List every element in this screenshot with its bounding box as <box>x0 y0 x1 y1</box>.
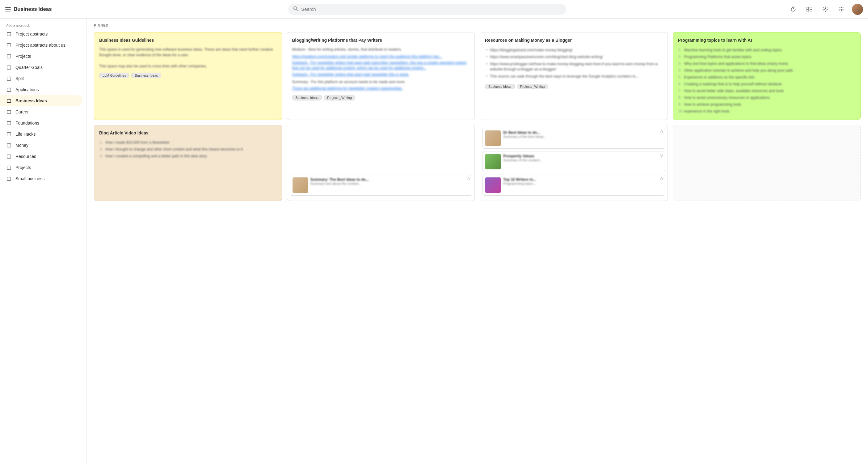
sidebar-item-split[interactable]: Split <box>0 73 83 84</box>
svg-rect-31 <box>7 166 11 169</box>
sidebar-item-label: Business Ideas <box>16 98 47 103</box>
list-item: How to avoid unnecessary resources or ap… <box>678 94 856 101</box>
card-mini-cards-group[interactable]: Dr Best Ideas to do... Summary of the be… <box>480 125 668 201</box>
sidebar-item-project-abstracts[interactable]: Project abstracts <box>0 28 83 39</box>
avatar[interactable] <box>852 4 863 15</box>
card-tag-business[interactable]: Business Ideas <box>131 73 161 78</box>
header-logo: Business Ideas <box>5 6 67 12</box>
mini-card-text: Dr Best Ideas to do... Summary of the be… <box>503 131 662 139</box>
svg-line-4 <box>297 9 298 10</box>
pinned-cards-grid: Business Ideas Guidelines This space is … <box>94 32 861 120</box>
svg-rect-5 <box>807 7 809 9</box>
list-item: Machine learning tools to get familiar w… <box>678 47 856 54</box>
mini-card-dr-best[interactable]: Dr Best Ideas to do... Summary of the be… <box>483 128 665 149</box>
sidebar-item-projects-2[interactable]: Projects <box>0 162 83 173</box>
sidebar-item-foundations[interactable]: Foundations <box>0 117 83 128</box>
sidebar-item-label: Money <box>16 143 28 148</box>
layout-button[interactable] <box>804 4 815 15</box>
list-item: https://bloggingwizard.com/make-money-bl… <box>485 47 662 54</box>
external-link-icon-4: ⬡ <box>660 177 663 181</box>
card-tag-llm[interactable]: LLM Guidelines <box>99 73 129 78</box>
sidebar-item-applications[interactable]: Applications <box>0 84 83 95</box>
card-tags: Business Ideas Projects_Writing <box>485 80 662 89</box>
mini-card-desc: Summary of the best ideas... <box>503 135 662 139</box>
sidebar-item-label: Projects <box>16 165 31 170</box>
notebook-icon-13 <box>6 165 12 170</box>
sidebar-item-resources[interactable]: Resources <box>0 151 83 162</box>
sidebar-item-label: Career <box>16 109 29 114</box>
main-layout: Add a notebook Project abstracts Project… <box>0 19 868 463</box>
content-area: PINNED Business Ideas Guidelines This sp… <box>87 19 868 463</box>
search-input[interactable] <box>301 6 561 12</box>
list-item: Why and how topics and applications to f… <box>678 60 856 67</box>
list-item: experience in the right tools <box>678 108 856 115</box>
refresh-button[interactable] <box>788 4 799 15</box>
mini-card-thumbnail <box>292 177 308 193</box>
svg-rect-26 <box>7 110 11 114</box>
external-link-icon: ⬡ <box>467 177 470 181</box>
notebook-icon-14 <box>6 176 12 181</box>
notebook-icon <box>6 31 12 37</box>
svg-rect-28 <box>7 133 11 136</box>
card-resources-making-money[interactable]: Resources on Making Money as a Blogger h… <box>480 32 668 120</box>
list-item: How to achieve programming tools <box>678 101 856 108</box>
card-tag-business-2[interactable]: Business Ideas <box>292 95 322 100</box>
list-item: This source can walk through the best wa… <box>485 73 662 80</box>
notebook-icon-6 <box>6 87 12 92</box>
card-tags: LLM Guidelines Business Ideas <box>99 73 277 78</box>
second-row-cards: Blog Article Video Ideas How I made $10,… <box>94 125 861 201</box>
card-programming-topics[interactable]: Programming topics to learn with AI Mach… <box>673 32 861 120</box>
sidebar-item-life-hacks[interactable]: Life Hacks <box>0 128 83 140</box>
list-item: Experience or additions on the specific … <box>678 74 856 81</box>
card-blog-video-ideas[interactable]: Blog Article Video Ideas How I made $10,… <box>94 125 282 201</box>
svg-rect-19 <box>7 32 11 36</box>
sidebar-item-business-ideas[interactable]: Business Ideas <box>0 95 83 106</box>
menu-icon[interactable] <box>5 6 11 12</box>
card-blogging-platforms[interactable]: Blogging/Writing Platforms that Pay Writ… <box>287 32 475 120</box>
notebook-icon-2 <box>6 42 12 48</box>
sidebar-item-label: Projects <box>16 54 31 59</box>
card-mini-summary[interactable]: Summary: The Best ideas to do... Summary… <box>287 125 475 201</box>
list-item: Creating a roadmap that is to help yours… <box>678 81 856 87</box>
svg-rect-25 <box>7 99 11 103</box>
card-tag-writing[interactable]: Projects_Writing <box>324 95 355 100</box>
card-title: Blogging/Writing Platforms that Pay Writ… <box>292 37 470 44</box>
svg-rect-21 <box>7 55 11 58</box>
mini-card-summary[interactable]: Summary: The Best ideas to do... Summary… <box>290 175 472 196</box>
svg-rect-32 <box>7 177 11 180</box>
search-icon <box>293 6 298 12</box>
sidebar-item-projects[interactable]: Projects <box>0 51 83 62</box>
svg-point-16 <box>840 10 840 11</box>
card-numbered-list: Machine learning tools to get familiar w… <box>678 47 856 115</box>
svg-rect-24 <box>7 88 11 91</box>
notebook-icon-9 <box>6 120 12 126</box>
search-bar[interactable] <box>288 4 566 15</box>
mini-card-top-writers[interactable]: Top 10 Writers in... Programming topics.… <box>483 175 665 196</box>
mini-card-prosperity[interactable]: Prosperity Values Summary of the content… <box>483 151 665 172</box>
notebook-icon-4 <box>6 65 12 70</box>
card-tag-business-3[interactable]: Business Ideas <box>485 84 515 89</box>
card-tag-writing-2[interactable]: Projects_Writing <box>517 84 548 89</box>
sidebar-item-small-business[interactable]: Small business <box>0 173 83 184</box>
list-item: Programming Platforms that assist topics <box>678 54 856 60</box>
sidebar-item-label: Resources <box>16 154 36 159</box>
notebook-icon-7 <box>6 98 12 104</box>
external-link-icon-2: ⬡ <box>660 130 663 134</box>
sidebar-section-label: Add a notebook <box>0 22 86 28</box>
sidebar-item-project-abstracts-about[interactable]: Project abstracts about us <box>0 39 83 51</box>
svg-rect-22 <box>7 66 11 69</box>
mini-card-text: Prosperity Values Summary of the content… <box>503 154 662 162</box>
svg-rect-20 <box>7 44 11 47</box>
apps-button[interactable] <box>836 4 847 15</box>
svg-rect-27 <box>7 121 11 125</box>
settings-button[interactable] <box>820 4 831 15</box>
sidebar-item-money[interactable]: Money <box>0 140 83 151</box>
list-item: https://www.problogger.net/how-to-make-m… <box>485 61 662 73</box>
sidebar-item-quarter-goals[interactable]: Quarter Goals <box>0 62 83 73</box>
svg-rect-7 <box>807 9 809 11</box>
sidebar-item-career[interactable]: Career <box>0 106 83 117</box>
sidebar-item-label: Split <box>16 76 24 81</box>
svg-rect-2 <box>5 11 11 11</box>
notebook-icon-12 <box>6 154 12 159</box>
card-business-ideas-guidelines[interactable]: Business Ideas Guidelines This space is … <box>94 32 282 120</box>
